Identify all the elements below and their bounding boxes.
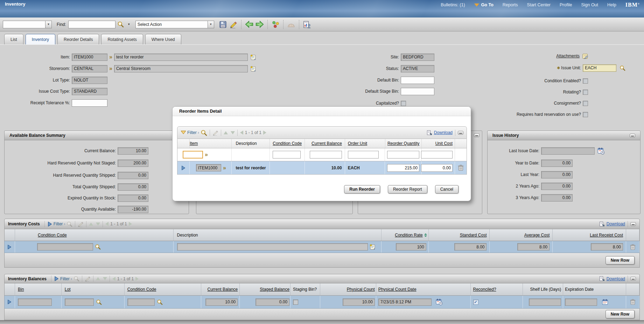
calendar-clock-icon[interactable] xyxy=(436,298,443,305)
current-balance-field[interactable]: 10.00 xyxy=(205,298,238,306)
expiration-date-field[interactable] xyxy=(565,298,597,306)
delete-row-icon[interactable] xyxy=(457,164,464,171)
column-header-condition-code[interactable]: Condition Code xyxy=(127,287,156,292)
storeroom-field[interactable]: CENTRAL xyxy=(72,65,107,72)
staged-balance-field[interactable]: 0.00 xyxy=(255,298,289,306)
capitalized-checkbox[interactable] xyxy=(401,101,406,106)
column-header-reconciled[interactable]: Reconciled? xyxy=(473,287,496,292)
filter-funnel-icon[interactable] xyxy=(181,130,186,135)
help-link[interactable]: Help xyxy=(607,2,616,7)
storeroom-detail-menu-icon[interactable] xyxy=(250,65,257,72)
find-search-icon[interactable] xyxy=(115,20,126,29)
row-selector-icon[interactable] xyxy=(7,245,12,249)
shelf-life-field[interactable] xyxy=(529,298,561,306)
column-header-order-unit[interactable]: Order Unit xyxy=(348,141,367,146)
unit-cost-input[interactable] xyxy=(421,164,453,172)
lot-type-field[interactable]: NOLOT xyxy=(72,77,107,84)
download-icon[interactable] xyxy=(599,276,605,282)
condition-code-filter-input[interactable] xyxy=(273,151,301,159)
workflow-button[interactable] xyxy=(270,20,281,29)
clear-changes-button[interactable] xyxy=(228,20,239,29)
receipt-tolerance-input[interactable] xyxy=(72,99,107,107)
column-header-reorder-quantity[interactable]: Reorder Quantity xyxy=(387,141,419,146)
minimize-icon[interactable] xyxy=(458,131,463,135)
staging-bin-checkbox[interactable] xyxy=(293,300,298,305)
sign-out-link[interactable]: Sign Out xyxy=(581,2,598,7)
search-options-dropdown-icon[interactable]: ▼ xyxy=(126,21,132,28)
column-header-physical-count[interactable]: Physical Count xyxy=(347,287,375,292)
condition-code-field[interactable] xyxy=(127,298,155,306)
filter-link[interactable]: Filter xyxy=(54,221,63,226)
hard-reservation-checkbox[interactable] xyxy=(583,112,588,117)
column-header-current-balance[interactable]: Current Balance xyxy=(312,141,342,146)
linked-documents-button[interactable] xyxy=(286,20,296,29)
reorder-report-button[interactable]: Reorder Report xyxy=(388,185,427,193)
run-reports-button[interactable] xyxy=(302,20,312,29)
average-cost-field[interactable]: 8.00 xyxy=(517,243,550,251)
site-field[interactable]: BEDFORD xyxy=(401,54,434,61)
reorder-item-row[interactable]: ITEM1000 » test for reorder 10.00 EACH xyxy=(177,161,467,175)
row-selector-icon[interactable] xyxy=(181,165,186,170)
condition-code-select-icon[interactable] xyxy=(157,299,163,305)
minimize-icon[interactable] xyxy=(474,133,479,137)
item-description-field[interactable]: test for reorder xyxy=(114,54,248,61)
item-field[interactable]: ITEM1000 xyxy=(72,54,107,61)
select-action-combobox[interactable]: Select Action ▼ xyxy=(135,21,214,28)
download-link[interactable]: Download xyxy=(434,130,453,135)
query-input[interactable] xyxy=(3,21,45,28)
current-balance-filter-input[interactable] xyxy=(310,151,342,159)
new-row-button[interactable]: New Row xyxy=(606,310,635,318)
reconciled-checkbox[interactable] xyxy=(473,300,478,305)
issue-cost-type-field[interactable]: STANDARD xyxy=(72,88,107,95)
expand-filter-icon[interactable] xyxy=(47,221,52,227)
reorder-quantity-input[interactable] xyxy=(387,164,419,172)
sort-icon[interactable] xyxy=(424,233,427,237)
tab-where-used[interactable]: Where Used xyxy=(145,34,181,44)
minimize-icon[interactable] xyxy=(630,222,636,226)
column-header-item[interactable]: Item xyxy=(190,141,198,146)
item-field[interactable]: ITEM1000 xyxy=(196,164,221,171)
query-dropdown-icon[interactable]: ▼ xyxy=(45,21,52,28)
cancel-button[interactable]: Cancel xyxy=(435,185,458,193)
status-field[interactable]: ACTIVE xyxy=(401,65,434,72)
download-icon[interactable] xyxy=(599,221,605,227)
item-detail-chevron-icon[interactable]: » xyxy=(109,54,112,60)
filter-link[interactable]: Filter xyxy=(187,130,197,135)
reorder-quantity-filter-input[interactable] xyxy=(387,151,419,159)
goto-menu[interactable]: Go To xyxy=(474,2,493,7)
expand-filter-icon[interactable] xyxy=(54,276,59,281)
item-detail-chevron-icon[interactable]: » xyxy=(223,165,226,171)
issue-unit-field[interactable]: EACH xyxy=(583,64,616,72)
physical-count-field[interactable]: 10.00 xyxy=(343,298,375,306)
column-header-bin[interactable]: Bin xyxy=(18,287,24,292)
delete-row-icon[interactable] xyxy=(630,299,636,305)
tab-inventory[interactable]: Inventory xyxy=(26,34,55,44)
previous-record-button[interactable] xyxy=(244,20,254,29)
column-header-average-cost[interactable]: Average Cost xyxy=(524,233,550,238)
column-header-condition-code[interactable]: Condition Code xyxy=(273,141,302,146)
condition-code-field[interactable] xyxy=(37,243,93,251)
new-row-button[interactable]: New Row xyxy=(606,256,635,265)
condition-code-select-icon[interactable] xyxy=(95,244,101,250)
default-bin-input[interactable] xyxy=(401,77,434,84)
profile-link[interactable]: Profile xyxy=(560,2,572,7)
lot-field[interactable] xyxy=(65,298,94,306)
last-receipt-cost-field[interactable]: 8.00 xyxy=(591,243,623,251)
item-filter-input[interactable] xyxy=(183,151,203,159)
unit-cost-filter-input[interactable] xyxy=(421,151,453,159)
storeroom-detail-chevron-icon[interactable]: » xyxy=(109,66,112,71)
filter-link[interactable]: Filter xyxy=(60,276,70,281)
description-detail-menu-icon[interactable] xyxy=(369,244,376,250)
last-issue-date-field[interactable] xyxy=(541,147,595,155)
row-selector-icon[interactable] xyxy=(7,300,12,304)
column-header-staged-balance[interactable]: Staged Balance xyxy=(260,287,289,292)
bulletins-link[interactable]: Bulletins: (1) xyxy=(441,2,465,7)
attachments-link[interactable]: Attachments xyxy=(556,54,580,58)
column-header-condition-code[interactable]: Condition Code xyxy=(38,233,67,238)
run-reorder-button[interactable]: Run Reorder xyxy=(344,185,380,193)
condition-enabled-checkbox[interactable] xyxy=(583,78,588,84)
query-combobox[interactable]: ▼ xyxy=(3,21,52,28)
item-detail-menu-icon[interactable] xyxy=(250,54,257,61)
download-icon[interactable] xyxy=(427,130,433,136)
inventory-costs-row[interactable]: 100 8.00 8.00 8.00 xyxy=(4,241,640,253)
